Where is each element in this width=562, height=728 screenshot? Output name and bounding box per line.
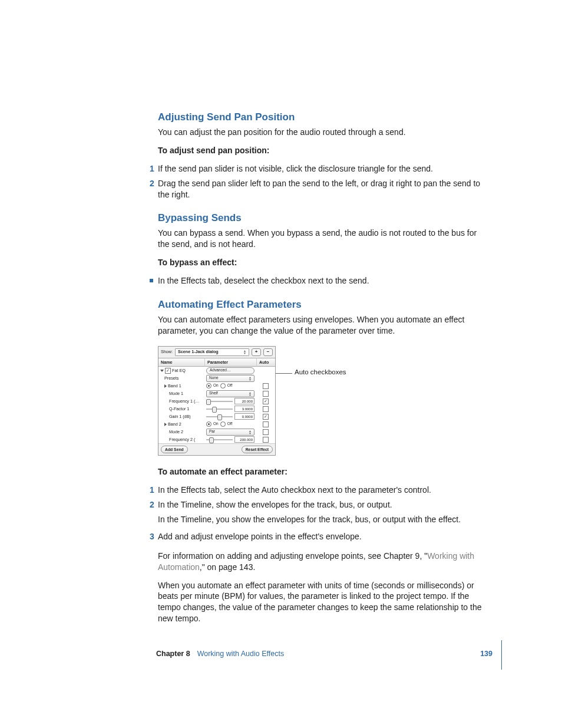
radio-off[interactable] — [220, 421, 226, 427]
frequency-slider[interactable]: 20.000 — [206, 398, 254, 404]
auto-checkbox[interactable] — [263, 429, 269, 435]
footer-chapter-title: Working with Audio Effects — [197, 649, 285, 659]
table-row: Band 2 On Off — [158, 420, 275, 428]
row-name-cell: Frequency 2 ( — [158, 437, 204, 443]
radio-on[interactable] — [206, 383, 211, 388]
effects-panel: Show: Scene 1-Jack dialog ▲▼ + − Name Pa… — [158, 346, 276, 456]
step-text: Add and adjust envelope points in the ef… — [158, 532, 362, 541]
row-name: Q-Factor 1 — [169, 406, 189, 412]
bullet-text: In the Effects tab, deselect the checkbo… — [158, 276, 369, 285]
paragraph: When you automate an effect parameter wi… — [158, 580, 488, 625]
auto-checkbox[interactable] — [263, 421, 269, 427]
auto-checkbox[interactable] — [263, 391, 269, 397]
row-name: Mode 1 — [169, 391, 183, 397]
callout-leader-line — [276, 373, 292, 374]
row-auto-cell — [256, 429, 275, 435]
radio-on[interactable] — [206, 421, 211, 427]
task-title: To adjust send pan position: — [158, 145, 488, 156]
panel-header-row: Name Parameter Auto — [158, 358, 275, 367]
row-auto-cell — [256, 414, 275, 420]
popup-arrows-icon: ▲▼ — [243, 350, 246, 354]
callout-label: Auto checkboxes — [295, 368, 346, 377]
auto-checkbox[interactable] — [263, 398, 269, 404]
row-param-cell: Par ▲▼ — [204, 429, 256, 436]
band-on-off-radio[interactable]: On Off — [206, 421, 254, 427]
disclosure-triangle-icon[interactable] — [164, 423, 167, 426]
gain-slider[interactable]: 0.0000 — [206, 414, 254, 420]
paragraph: You can automate effect parameters using… — [158, 314, 488, 337]
remove-button[interactable]: − — [263, 348, 273, 356]
table-row: Mode 1 Shelf ▲▼ — [158, 390, 275, 397]
row-param-cell: 20.000 — [204, 398, 256, 404]
slider-value[interactable]: 3.0000 — [234, 406, 254, 412]
show-popup-value: Scene 1-Jack dialog — [178, 349, 219, 355]
slider-value[interactable]: 20.000 — [234, 398, 254, 404]
mode-popup[interactable]: Par ▲▼ — [206, 429, 254, 436]
show-label: Show: — [161, 349, 173, 355]
row-param-cell: Shelf ▲▼ — [204, 390, 256, 397]
disclosure-triangle-icon[interactable] — [160, 370, 164, 372]
row-name-cell: Mode 2 — [158, 429, 204, 435]
row-name: Gain 1 (dB) — [169, 414, 191, 420]
row-auto-cell — [256, 398, 275, 404]
add-button[interactable]: + — [252, 348, 261, 356]
radio-on-label: On — [213, 383, 219, 388]
mode-popup[interactable]: Shelf ▲▼ — [206, 390, 254, 397]
step-number: 1 — [150, 163, 154, 174]
row-param-cell: Advanced… — [204, 367, 256, 374]
radio-off[interactable] — [220, 383, 226, 388]
show-popup[interactable]: Scene 1-Jack dialog ▲▼ — [175, 348, 249, 356]
heading-automating-effect-parameters: Automating Effect Parameters — [158, 298, 488, 312]
panel-rows: Fat EQ Advanced… Presets None ▲▼ — [158, 367, 275, 443]
figure-effects-panel: Show: Scene 1-Jack dialog ▲▼ + − Name Pa… — [158, 346, 488, 456]
paragraph-cross-reference: For information on adding and adjusting … — [158, 551, 488, 573]
slider-value[interactable]: 0.0000 — [234, 413, 254, 420]
row-param-cell: On Off — [204, 421, 256, 427]
row-name: Frequency 1 (… — [169, 398, 200, 404]
auto-checkbox[interactable] — [263, 406, 269, 412]
row-name-cell: Band 1 — [158, 383, 204, 389]
radio-off-label: Off — [227, 421, 233, 427]
step-text: In the Effects tab, select the Auto chec… — [158, 485, 431, 495]
auto-checkbox[interactable] — [263, 437, 269, 443]
presets-popup[interactable]: None ▲▼ — [206, 375, 254, 382]
popup-value: Shelf — [209, 391, 218, 396]
step-number: 2 — [150, 178, 154, 189]
square-bullet-icon — [150, 279, 153, 282]
disclosure-triangle-icon[interactable] — [164, 384, 167, 388]
row-name-cell: Q-Factor 1 — [158, 406, 204, 412]
step-item: 2In the Timeline, show the envelopes for… — [158, 499, 488, 525]
step-item: 3Add and adjust envelope points in the e… — [158, 531, 488, 542]
auto-checkbox[interactable] — [263, 383, 269, 389]
panel-top-bar: Show: Scene 1-Jack dialog ▲▼ + − — [158, 347, 275, 358]
row-name: Mode 2 — [169, 429, 183, 435]
slider-value[interactable]: 200.000 — [234, 436, 254, 443]
row-name-cell: Gain 1 (dB) — [158, 414, 204, 420]
step-number: 1 — [150, 485, 154, 496]
row-name-cell: Mode 1 — [158, 391, 204, 397]
row-name-cell: Band 2 — [158, 421, 204, 427]
col-auto: Auto — [256, 358, 275, 367]
band-on-off-radio[interactable]: On Off — [206, 383, 254, 388]
step-item: 2Drag the send pan slider left to pan th… — [158, 178, 488, 200]
advanced-button[interactable]: Advanced… — [206, 367, 254, 374]
auto-checkbox[interactable] — [263, 414, 269, 420]
step-list: 1If the send pan slider is not visible, … — [158, 163, 488, 200]
row-name: Frequency 2 ( — [169, 437, 195, 443]
table-row: Frequency 1 (… 20.000 — [158, 397, 275, 405]
row-auto-cell — [256, 437, 275, 443]
qfactor-slider[interactable]: 3.0000 — [206, 406, 254, 412]
row-name: Presets — [164, 375, 178, 381]
popup-value: None — [209, 375, 219, 381]
reset-effect-button[interactable]: Reset Effect — [242, 446, 273, 453]
row-param-cell: 0.0000 — [204, 414, 256, 420]
enabled-checkbox[interactable] — [165, 368, 171, 374]
table-row: Frequency 2 ( 200.000 — [158, 436, 275, 443]
step-item: 1If the send pan slider is not visible, … — [158, 163, 488, 174]
row-auto-cell — [256, 421, 275, 427]
xref-pre: For information on adding and adjusting … — [158, 551, 427, 561]
add-send-button[interactable]: Add Send — [161, 446, 188, 453]
frequency-slider[interactable]: 200.000 — [206, 437, 254, 443]
paragraph: You can bypass a send. When you bypass a… — [158, 228, 488, 250]
row-param-cell: 3.0000 — [204, 406, 256, 412]
